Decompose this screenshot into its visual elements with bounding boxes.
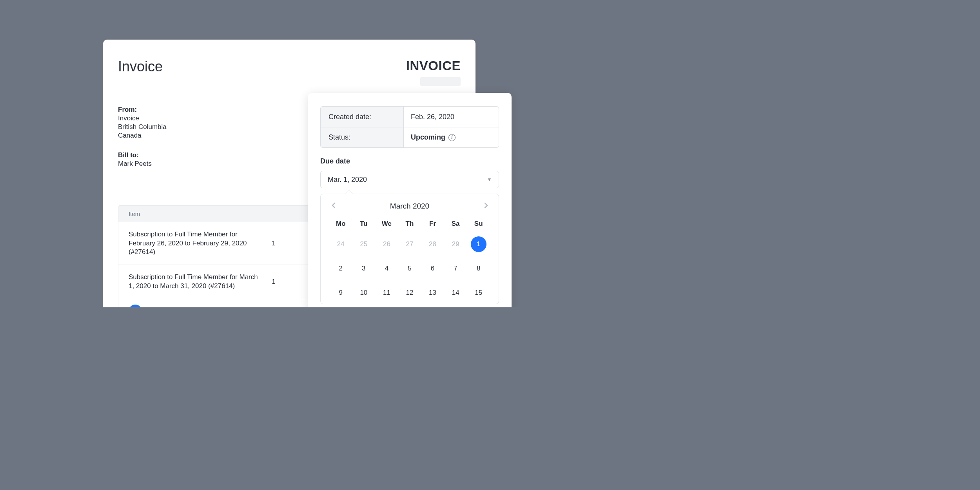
calendar-day[interactable]: 5 [398,261,421,276]
calendar-day[interactable]: 13 [421,285,444,301]
status-label: Status: [321,127,404,147]
status-value: Upcoming i [404,133,499,142]
invoice-brand: INVOICE [406,58,461,86]
calendar-grid: MoTuWeThFrSaSu24252627282912345678910111… [329,220,490,301]
calendar-day[interactable]: 27 [398,236,421,252]
page-title: Invoice [118,58,163,75]
calendar-dow: Tu [352,220,376,228]
brand-text: INVOICE [406,58,461,73]
invoice-header: Invoice INVOICE [118,58,461,86]
calendar-day[interactable]: 3 [352,261,376,276]
calendar-dow: Su [467,220,490,228]
status-row: Status: Upcoming i [321,127,499,147]
item-desc: Subscription to Full Time Member for Feb… [129,230,262,257]
calendar-day[interactable]: 10 [352,285,376,301]
next-month-button[interactable] [482,202,490,211]
chevron-down-icon[interactable]: ▼ [480,171,499,188]
calendar-day[interactable]: 1 [471,236,486,252]
calendar-day[interactable]: 26 [375,236,398,252]
calendar-day[interactable]: 9 [329,285,352,301]
calendar-day[interactable]: 11 [375,285,398,301]
created-date-row: Created date: Feb. 26, 2020 [321,107,499,127]
calendar-day[interactable]: 12 [398,285,421,301]
due-date-value: Mar. 1, 2020 [321,176,480,184]
created-date-label: Created date: [321,107,404,127]
item-qty: 1 [262,240,285,247]
calendar-day[interactable]: 14 [444,285,467,301]
info-box: Created date: Feb. 26, 2020 Status: Upco… [320,106,499,148]
calendar-dow: Mo [329,220,352,228]
calendar-dow: We [375,220,398,228]
calendar-day[interactable]: 7 [444,261,467,276]
calendar-day[interactable]: 8 [467,261,490,276]
calendar-dow: Fr [421,220,444,228]
prev-month-button[interactable] [329,202,337,211]
date-picker: March 2020 MoTuWeThFrSaSu242526272829123… [320,194,499,304]
status-text: Upcoming [411,133,445,142]
side-panel: Created date: Feb. 26, 2020 Status: Upco… [308,93,512,307]
plus-icon[interactable]: + [129,305,142,307]
calendar-day[interactable]: 29 [444,236,467,252]
calendar-dow: Th [398,220,421,228]
calendar-day[interactable]: 24 [329,236,352,252]
calendar-month: March 2020 [390,202,429,211]
brand-placeholder [420,77,461,86]
due-date-select[interactable]: Mar. 1, 2020 ▼ [320,171,499,188]
calendar-header: March 2020 [329,202,490,211]
info-icon[interactable]: i [448,134,456,141]
calendar-day[interactable]: 2 [329,261,352,276]
calendar-day[interactable]: 6 [421,261,444,276]
calendar-day[interactable]: 28 [421,236,444,252]
calendar-day[interactable]: 4 [375,261,398,276]
calendar-day[interactable]: 25 [352,236,376,252]
created-date-value: Feb. 26, 2020 [404,113,499,121]
item-qty: 1 [262,278,285,286]
calendar-day[interactable]: 15 [467,285,490,301]
due-date-label: Due date [320,157,499,165]
calendar-dow: Sa [444,220,467,228]
item-desc: Subscription to Full Time Member for Mar… [129,273,262,291]
